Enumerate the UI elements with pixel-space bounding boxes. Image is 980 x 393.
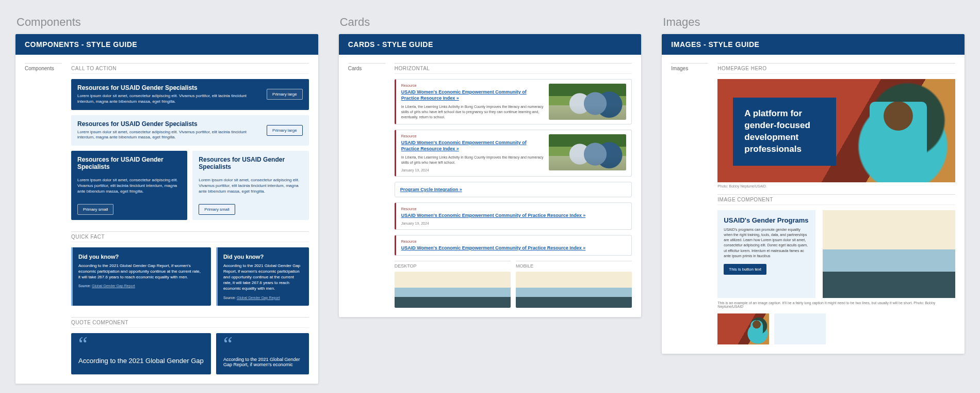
section-heading-quickfact: QUICK FACT [71, 231, 309, 242]
column-images: Images IMAGES - STYLE GUIDE Images HOMEP… [662, 10, 965, 384]
quickfact-title: Did you know? [78, 254, 204, 260]
card-title-link[interactable]: USAID Women's Economic Empowerment Commu… [401, 89, 544, 101]
source-label: Source: [223, 296, 236, 300]
card-eyebrow: Resource [401, 240, 627, 243]
cta-desc: Lorem ipsum dolor sit amet, consectetur … [77, 93, 262, 105]
primary-large-button[interactable]: Primary large [267, 125, 303, 136]
column-label: Components [17, 15, 318, 29]
quickfact-body: According to the 2021 Global Gender Gap … [78, 263, 204, 280]
card-eyebrow: Resource [401, 134, 544, 138]
cta-title: Resources for USAID Gender Specialists [199, 156, 302, 170]
sidebar-label: Images [671, 63, 708, 344]
panel-header: IMAGES - STYLE GUIDE [662, 34, 965, 55]
section-heading-cta: CALL TO ACTION [71, 63, 309, 74]
quickfact-body: According to the 2021 Global Gender Gap … [223, 263, 302, 292]
thumbnail-mobile [516, 272, 632, 308]
card-thumbnail [549, 134, 626, 170]
primary-small-button[interactable]: Primary small [199, 204, 235, 215]
quote-text: According to the 2021 Global Gender Gap … [223, 357, 302, 367]
card-title-link[interactable]: USAID Women's Economic Empowerment Commu… [401, 212, 627, 218]
column-label: Images [663, 15, 965, 29]
card-thumbnail [549, 84, 626, 120]
quickfact-narrow: Did you know? According to the 2021 Glob… [216, 247, 309, 306]
quote-mark-icon: “ [78, 340, 204, 349]
card-desc: In Liberia, the Learning Links Activity … [401, 155, 544, 165]
cta-desc: Lorem ipsum dolor sit amet, consectetur … [77, 130, 262, 141]
image-component-button[interactable]: This is button text [724, 264, 766, 275]
quote-small: “ According to the 2021 Global Gender Ga… [216, 333, 309, 374]
card-horizontal[interactable]: Resource USAID Women's Economic Empowerm… [395, 130, 632, 177]
sidebar-label: Cards [348, 63, 385, 308]
image-component-photo [823, 210, 955, 298]
quote-large: “ According to the 2021 Global Gender Ga… [71, 333, 211, 374]
section-heading-horizontal: HORIZONTAL [395, 63, 632, 74]
source-link[interactable]: Global Gender Gap Report [92, 284, 135, 288]
card-text[interactable]: Resource USAID Women's Economic Empowerm… [395, 235, 632, 256]
panel-header: CARDS - STYLE GUIDE [339, 34, 642, 55]
cta-dark-small: Resources for USAID Gender Specialists L… [71, 151, 187, 219]
card-title-link[interactable]: USAID Women's Economic Empowerment Commu… [401, 139, 544, 152]
panel-images: IMAGES - STYLE GUIDE Images HOMEPAGE HER… [662, 34, 965, 354]
quote-text: According to the 2021 Global Gender Gap [78, 357, 204, 365]
quote-mark-icon: “ [223, 340, 302, 349]
column-cards: Cards CARDS - STYLE GUIDE Cards HORIZONT… [339, 10, 642, 384]
card-title-link[interactable]: Program Cycle Integration » [400, 186, 627, 193]
section-heading-image-component: IMAGE COMPONENT [717, 194, 955, 205]
quickfact-wide: Did you know? According to the 2021 Glob… [71, 247, 211, 306]
primary-small-button[interactable]: Primary small [77, 204, 113, 215]
cta-dark-large: Resources for USAID Gender Specialists L… [71, 79, 309, 110]
column-label: Cards [340, 15, 642, 29]
hero-image: A platform for gender-focused developmen… [717, 79, 955, 182]
image-component-title: USAID's Gender Programs [724, 216, 809, 224]
cta-title: Resources for USAID Gender Specialists [77, 156, 181, 170]
card-simple[interactable]: Program Cycle Integration » [395, 182, 632, 197]
panel-components: COMPONENTS - STYLE GUIDE Components CALL… [15, 34, 318, 384]
column-components: Components COMPONENTS - STYLE GUIDE Comp… [15, 10, 318, 384]
card-date: January 19, 2024 [401, 222, 627, 225]
card-eyebrow: Resource [401, 84, 544, 87]
card-desc: In Liberia, the Learning Links Activity … [401, 104, 544, 119]
card-horizontal[interactable]: Resource USAID Women's Economic Empowerm… [395, 79, 632, 124]
cta-desc: Lorem ipsum dolor sit amet, consectetur … [199, 178, 302, 194]
thumbnail-desktop [395, 272, 511, 308]
image-caption: This is an example of an image caption. … [717, 301, 955, 308]
panel-header: COMPONENTS - STYLE GUIDE [15, 34, 318, 55]
card-text[interactable]: Resource USAID Women's Economic Empowerm… [395, 202, 632, 230]
thumbnail-small [717, 313, 769, 344]
cta-title: Resources for USAID Gender Specialists [77, 120, 262, 128]
primary-large-button[interactable]: Primary large [267, 89, 303, 100]
sidebar-label: Components [25, 63, 62, 374]
thumbnail-small-copy [774, 313, 826, 344]
cta-title: Resources for USAID Gender Specialists [77, 84, 262, 91]
card-date: January 19, 2024 [401, 168, 544, 172]
hero-overlay-text: A platform for gender-focused developmen… [733, 98, 836, 166]
sub-heading-desktop: DESKTOP [395, 261, 511, 269]
cta-light-small: Resources for USAID Gender Specialists L… [192, 151, 308, 219]
cta-desc: Lorem ipsum dolor sit amet, consectetur … [77, 178, 181, 194]
section-heading-quote: QUOTE COMPONENT [71, 317, 309, 328]
image-component-body: USAID's programs can promote gender equa… [724, 227, 809, 259]
panel-cards: CARDS - STYLE GUIDE Cards HORIZONTAL Res… [339, 34, 642, 317]
sub-heading-mobile: MOBILE [516, 261, 632, 269]
source-link[interactable]: Global Gender Gap Report [237, 296, 280, 300]
card-eyebrow: Resource [401, 207, 627, 211]
section-heading-hero: HOMEPAGE HERO [717, 63, 955, 74]
cta-light-large: Resources for USAID Gender Specialists L… [71, 115, 309, 146]
hero-credit: Photo: Bobby Neptune/USAID [717, 182, 955, 194]
quickfact-title: Did you know? [223, 254, 302, 260]
card-title-link[interactable]: USAID Women's Economic Empowerment Commu… [401, 245, 627, 251]
source-label: Source: [78, 284, 91, 288]
image-component-copy: USAID's Gender Programs USAID's programs… [717, 210, 815, 298]
